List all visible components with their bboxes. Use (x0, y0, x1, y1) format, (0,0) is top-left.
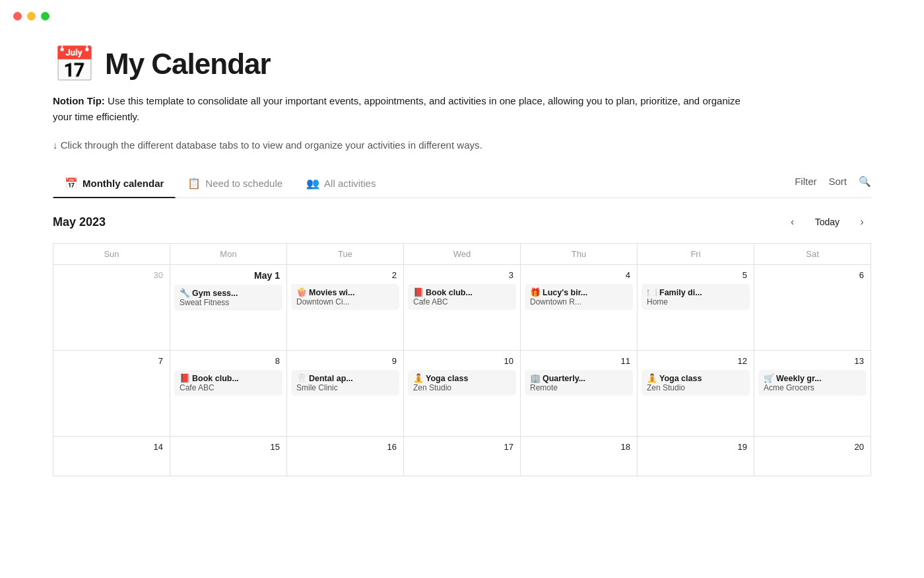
day-number: 30 (57, 269, 166, 284)
close-button[interactable] (13, 12, 22, 20)
calendar-day-cell[interactable]: May 1🔧Gym sess...Sweat Fitness (170, 265, 287, 351)
weekday-fri: Fri (638, 244, 754, 265)
event-card[interactable]: 🍽️Family di...Home (642, 284, 750, 310)
calendar-day-cell[interactable]: 8📕Book club...Cafe ABC (170, 351, 287, 437)
calendar-day-cell[interactable]: 15 (170, 437, 287, 476)
event-location: Zen Studio (647, 383, 744, 392)
tip-text: Notion Tip: Use this template to consoli… (53, 93, 746, 125)
event-location: Downtown Ci... (296, 297, 394, 307)
day-number: 13 (758, 355, 867, 370)
calendar-day-cell[interactable]: 3📕Book club...Cafe ABC (404, 265, 521, 351)
tabs-right: Filter Sort 🔍 (795, 176, 871, 193)
calendar-day-cell[interactable]: 30 (53, 265, 170, 351)
calendar-day-cell[interactable]: 13🛒Weekly gr...Acme Grocers (754, 351, 871, 437)
day-number: 10 (408, 355, 516, 370)
event-title: 🎁Lucy's bir... (530, 287, 628, 297)
calendar-nav: May 2023 ‹ Today › (53, 213, 871, 231)
page-icon: 📅 (53, 47, 96, 81)
event-location: Home (647, 297, 744, 307)
event-card[interactable]: 🧘Yoga classZen Studio (642, 370, 750, 396)
calendar-section: May 2023 ‹ Today › Sun Mon Tue Wed Thu F… (53, 198, 871, 476)
calendar-day-cell[interactable]: 2🍿Movies wi...Downtown Ci... (287, 265, 404, 351)
day-number: 4 (525, 269, 633, 284)
tab-need-to-schedule[interactable]: 📋 Need to schedule (176, 170, 294, 198)
weekday-header-row: Sun Mon Tue Wed Thu Fri Sat (53, 244, 871, 265)
day-number: 11 (525, 355, 633, 370)
tab-all-activities[interactable]: 👥 All activities (294, 170, 387, 198)
event-card[interactable]: 🍿Movies wi...Downtown Ci... (291, 284, 399, 310)
event-location: Cafe ABC (413, 297, 511, 307)
calendar-day-cell[interactable]: 10🧘Yoga classZen Studio (404, 351, 521, 437)
day-number: 5 (642, 269, 750, 284)
event-location: Zen Studio (413, 383, 511, 392)
event-location: Sweat Fitness (180, 298, 277, 307)
tab-monthly-calendar[interactable]: 📅 Monthly calendar (53, 170, 176, 198)
event-card[interactable]: 🦷Dental ap...Smile Clinic (291, 370, 399, 396)
event-title: 🏢Quarterly... (530, 373, 628, 383)
day-number: 17 (408, 441, 516, 456)
calendar-day-cell[interactable]: 7 (53, 351, 170, 437)
event-emoji: 🎁 (530, 287, 541, 297)
calendar-day-cell[interactable]: 20 (754, 437, 871, 476)
day-number: 9 (291, 355, 399, 370)
calendar-month-title: May 2023 (53, 215, 106, 229)
minimize-button[interactable] (27, 12, 36, 20)
calendar-day-cell[interactable]: 5🍽️Family di...Home (638, 265, 754, 351)
page-title: My Calendar (105, 48, 271, 81)
event-emoji: 🍿 (296, 287, 307, 297)
nav-controls: ‹ Today › (783, 213, 871, 231)
day-number: 8 (174, 355, 282, 370)
tab-monthly-calendar-label: Monthly calendar (82, 178, 164, 189)
calendar-day-cell[interactable]: 18 (521, 437, 638, 476)
calendar-day-cell[interactable]: 4🎁Lucy's bir...Downtown R... (521, 265, 638, 351)
all-activities-icon: 👥 (306, 177, 319, 190)
need-to-schedule-icon: 📋 (187, 177, 201, 190)
today-button[interactable]: Today (808, 214, 846, 230)
calendar-day-cell[interactable]: 17 (404, 437, 521, 476)
day-number: 14 (57, 441, 166, 456)
sort-button[interactable]: Sort (828, 176, 847, 187)
event-title: 🍿Movies wi... (296, 287, 394, 297)
event-card[interactable]: 🔧Gym sess...Sweat Fitness (174, 285, 282, 310)
filter-button[interactable]: Filter (795, 176, 816, 187)
event-card[interactable]: 🧘Yoga classZen Studio (408, 370, 516, 396)
event-title: 📕Book club... (413, 287, 511, 297)
calendar-day-cell[interactable]: 11🏢Quarterly...Remote (521, 351, 638, 437)
event-card[interactable]: 🎁Lucy's bir...Downtown R... (525, 284, 633, 310)
calendar-week-2: 14151617181920 (53, 437, 871, 476)
calendar-day-cell[interactable]: 14 (53, 437, 170, 476)
event-emoji: 🏢 (530, 373, 541, 383)
event-title: 📕Book club... (180, 373, 277, 383)
event-card[interactable]: 🛒Weekly gr...Acme Grocers (758, 370, 867, 396)
event-location: Remote (530, 383, 628, 392)
calendar-week-0: 30May 1🔧Gym sess...Sweat Fitness2🍿Movies… (53, 265, 871, 351)
event-card[interactable]: 📕Book club...Cafe ABC (408, 284, 516, 310)
calendar-day-cell[interactable]: 19 (638, 437, 754, 476)
event-emoji: 📕 (180, 373, 190, 383)
prev-month-button[interactable]: ‹ (783, 213, 802, 231)
calendar-day-cell[interactable]: 12🧘Yoga classZen Studio (638, 351, 754, 437)
day-number: 20 (758, 441, 867, 456)
event-title: 🛒Weekly gr... (764, 373, 861, 383)
day-number: 19 (642, 441, 750, 456)
event-emoji: 📕 (413, 287, 424, 297)
calendar-day-cell[interactable]: 16 (287, 437, 404, 476)
day-number: 6 (758, 269, 867, 284)
event-card[interactable]: 📕Book club...Cafe ABC (174, 370, 282, 396)
calendar-day-cell[interactable]: 6 (754, 265, 871, 351)
event-title: 🧘Yoga class (647, 373, 744, 383)
weekday-sun: Sun (53, 244, 170, 265)
event-card[interactable]: 🏢Quarterly...Remote (525, 370, 633, 396)
calendar-day-cell[interactable]: 9🦷Dental ap...Smile Clinic (287, 351, 404, 437)
event-emoji: 🧘 (647, 373, 657, 383)
traffic-lights (0, 0, 924, 20)
tabs-left: 📅 Monthly calendar 📋 Need to schedule 👥 … (53, 170, 795, 198)
page-header: 📅 My Calendar (53, 47, 871, 81)
next-month-button[interactable]: › (853, 213, 871, 231)
event-emoji: 🛒 (764, 373, 774, 383)
search-icon[interactable]: 🔍 (859, 176, 871, 188)
event-location: Acme Grocers (764, 383, 861, 392)
event-emoji: 🧘 (413, 373, 424, 383)
maximize-button[interactable] (41, 12, 50, 20)
day-number: May 1 (174, 269, 282, 285)
